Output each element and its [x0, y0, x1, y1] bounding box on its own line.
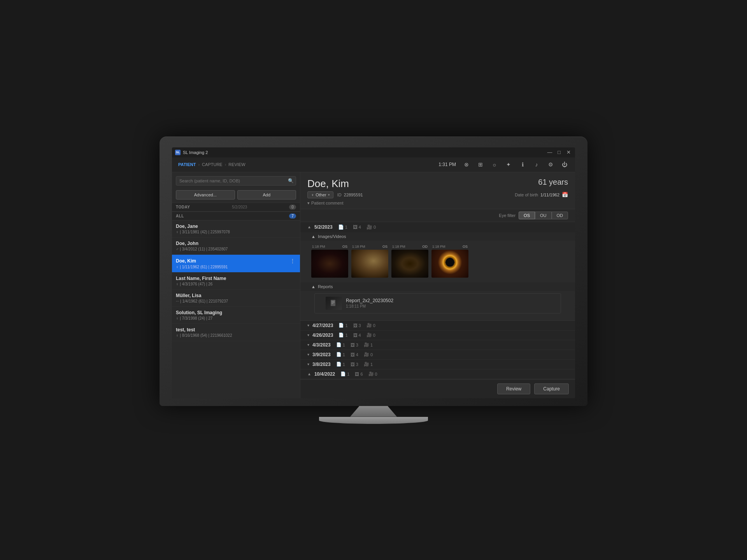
- eye-od-button[interactable]: OD: [552, 212, 568, 219]
- breadcrumb-sep-2: ›: [225, 162, 226, 167]
- settings-icon-btn[interactable]: ⚙: [546, 160, 555, 169]
- breadcrumb-capture[interactable]: CAPTURE: [202, 162, 223, 167]
- thumb-eye-1: OS: [342, 245, 347, 248]
- doc-icon-6: 📄: [336, 362, 342, 367]
- patient-name: Doe, Kim ⋮: [176, 258, 296, 264]
- nav-time: 1:31 PM: [438, 162, 456, 167]
- list-item[interactable]: Doe, Jane ♀ | 3/11/1981 (42) | 225997078: [172, 220, 300, 238]
- patient-info: ♀ | 1/11/1962 (61) | 22895591: [176, 265, 296, 269]
- breadcrumb-review[interactable]: REVIEW: [228, 162, 245, 167]
- report-item-1[interactable]: Report_2x2_20230502 1:18:11 PM: [314, 293, 561, 313]
- eye-off-icon-btn[interactable]: ⊗: [462, 160, 471, 169]
- comment-toggle-button[interactable]: ▾ Patient comment: [307, 201, 344, 206]
- vid-icon-4: 🎥: [364, 342, 369, 347]
- maximize-button[interactable]: □: [556, 149, 563, 156]
- monitor-wrapper: SL SL Imaging 2 — □ ✕ PATIENT › CAPTURE …: [160, 136, 587, 424]
- visit-stat-vid-7: 🎥 0: [368, 371, 377, 376]
- gender-badge[interactable]: ♀ Other ▾: [307, 191, 333, 198]
- img-icon-5: 🖼: [351, 352, 355, 357]
- eye-os-button[interactable]: OS: [519, 212, 535, 219]
- visit-row-3[interactable]: ▾ 4/26/2023 📄 1 🖼 4 🎥 0: [300, 331, 575, 340]
- vid-icon-3: 🎥: [366, 332, 372, 338]
- thumb-time-3: 1:18 PM: [392, 245, 405, 248]
- report-thumb-icon: [326, 297, 342, 310]
- patient-meta: ♀ Other ▾ ID 22895591 Date of birth: [307, 191, 568, 198]
- capture-button[interactable]: Capture: [534, 383, 569, 394]
- list-item[interactable]: Last Name, First Name ♀ | 4/3/1976 (47) …: [172, 273, 300, 290]
- patient-header-top: Doe, Kim 61 years: [307, 178, 568, 190]
- id-value: 22895591: [344, 192, 363, 197]
- subsection-reports-header[interactable]: ▲ Reports: [300, 282, 575, 291]
- close-button[interactable]: ✕: [565, 149, 572, 156]
- thumb-meta-4: 1:18 PM OS: [431, 245, 468, 248]
- brightness-low-icon-btn[interactable]: ☼: [490, 160, 499, 169]
- reports-chevron-icon: ▲: [311, 284, 316, 289]
- report-name-1: Report_2x2_20230502: [346, 298, 550, 303]
- review-button[interactable]: Review: [497, 383, 530, 394]
- calendar-icon-btn[interactable]: 📅: [562, 192, 568, 198]
- brightness-high-icon-btn[interactable]: ✦: [504, 160, 513, 169]
- visit-row-6[interactable]: ▾ 3/8/2023 📄 1 🖼 3 🎥 1: [300, 360, 575, 369]
- monitor-icon-btn[interactable]: ⊞: [476, 160, 485, 169]
- patient-name: Doe, John: [176, 241, 296, 246]
- search-actions: Advanced... Add: [172, 188, 300, 203]
- subsection-images-header[interactable]: ▲ Images/Videos: [300, 232, 575, 241]
- visit-header-1[interactable]: ▲ 5/2/2023 📄 1 🖼 4 🎥 0: [300, 222, 575, 232]
- volume-icon-btn[interactable]: ♪: [532, 160, 541, 169]
- more-button[interactable]: ⋮: [289, 258, 296, 264]
- list-item[interactable]: Doe, Kim ⋮ ♀ | 1/11/1962 (61) | 22895591: [172, 255, 300, 273]
- thumb-img-4: [431, 250, 468, 278]
- vid-icon-5: 🎥: [364, 352, 369, 357]
- visit-stat-img-3: 🖼 4: [353, 333, 361, 338]
- visit-list: ▲ 5/2/2023 📄 1 🖼 4 🎥 0: [300, 222, 575, 379]
- img-icon-4: 🖼: [351, 343, 355, 347]
- svg-rect-3: [331, 303, 333, 304]
- search-input-wrap: 🔍: [176, 176, 296, 186]
- visit-stat-doc-4: 📄 1: [336, 342, 345, 347]
- reports-section: Report_2x2_20230502 1:18:11 PM: [300, 291, 575, 320]
- list-item[interactable]: Müller, Lisa ··· | 1/4/1962 (61) | 22107…: [172, 290, 300, 307]
- visit-stat-vid-6: 🎥 1: [364, 362, 373, 367]
- visit-row-7[interactable]: ▲ 10/4/2022 📄 1 🖼 6 🎥 0: [300, 369, 575, 379]
- search-input[interactable]: [176, 176, 296, 186]
- visit-stat-doc-6: 📄 1: [336, 362, 345, 367]
- image-thumb-3[interactable]: 1:18 PM OD: [391, 245, 428, 278]
- img-icon-7: 🖼: [355, 372, 359, 376]
- doc-icon-7: 📄: [340, 371, 346, 376]
- list-item[interactable]: Doe, John ♂ | 3/4/2012 (11) | 235402807: [172, 238, 300, 255]
- patient-name: test, test: [176, 327, 296, 332]
- minimize-button[interactable]: —: [546, 149, 553, 156]
- today-date: 5/2/2023: [232, 205, 247, 209]
- visit-row-2[interactable]: ▾ 4/27/2023 📄 1 🖼 3 🎥 0: [300, 321, 575, 331]
- patient-header: Doe, Kim 61 years ♀ Other ▾ ID 2289: [300, 172, 575, 209]
- eye-ou-button[interactable]: OU: [535, 212, 552, 219]
- vid-icon-6: 🎥: [364, 362, 369, 367]
- dob-value: 1/11/1962: [540, 192, 559, 197]
- image-thumb-2[interactable]: 1:18 PM OS: [351, 245, 388, 278]
- visit-stat-vid-5: 🎥 0: [364, 352, 373, 357]
- visit-date-5: 3/9/2023: [312, 352, 331, 357]
- vid-icon-2: 🎥: [366, 323, 372, 328]
- dob-label: Date of birth: [515, 192, 538, 197]
- list-item[interactable]: test, test ♀ | 8/16/1968 (54) | 22196610…: [172, 324, 300, 341]
- svg-rect-2: [331, 302, 335, 303]
- info-icon-btn[interactable]: ℹ: [518, 160, 527, 169]
- image-thumb-4[interactable]: 1:18 PM OS: [431, 245, 468, 278]
- all-section-header: ALL 7: [172, 212, 300, 220]
- search-icon-btn[interactable]: 🔍: [288, 178, 294, 184]
- eye-filter-label: Eye filter: [499, 213, 516, 218]
- thumb-meta-3: 1:18 PM OD: [391, 245, 428, 248]
- visit-row-5[interactable]: ▾ 3/9/2023 📄 1 🖼 4 🎥 0: [300, 350, 575, 360]
- add-button[interactable]: Add: [237, 190, 296, 200]
- image-thumb-1[interactable]: 1:18 PM OS: [311, 245, 348, 278]
- visit-date-4: 4/3/2023: [312, 342, 331, 348]
- breadcrumb-patient[interactable]: PATIENT: [178, 162, 196, 167]
- img-icon-1: 🖼: [353, 224, 358, 230]
- nav-icons: ⊗ ⊞ ☼ ✦ ℹ ♪ ⚙ ⏻: [462, 160, 569, 169]
- visit-date-7: 10/4/2022: [314, 371, 335, 377]
- advanced-button[interactable]: Advanced...: [176, 190, 235, 200]
- list-item[interactable]: Solution, SL Imaging ♀ | 7/3/1998 (24) |…: [172, 307, 300, 324]
- visit-chevron-icon-6: ▾: [307, 362, 309, 366]
- power-icon-btn[interactable]: ⏻: [560, 160, 569, 169]
- visit-row-4[interactable]: ▾ 4/3/2023 📄 1 🖼 3 🎥 1: [300, 340, 575, 350]
